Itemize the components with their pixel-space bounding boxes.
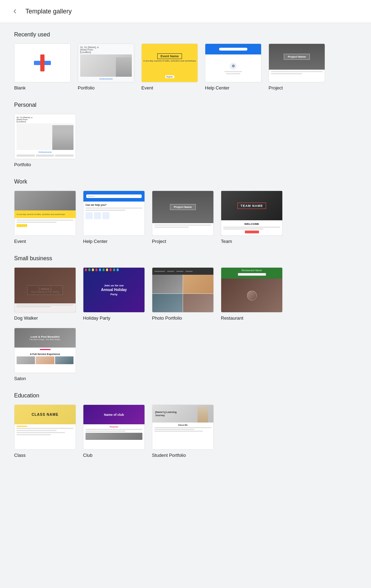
template-club-thumb[interactable]: Name of club Purpose: [83, 404, 145, 450]
template-club[interactable]: Name of club Purpose Club: [83, 404, 145, 458]
template-event-work[interactable]: Event Name A one-day summit of talks, ac…: [14, 191, 76, 244]
template-dogwalker[interactable]: [ Name ] Dog Walking & Pet Sitting Dog W…: [14, 267, 76, 321]
template-helpcenter-recent[interactable]: ⚙ Help Center: [205, 43, 261, 91]
template-dogwalker-thumb[interactable]: [ Name ] Dog Walking & Pet Sitting: [14, 267, 76, 313]
template-holiday-thumb[interactable]: Join us for our Annual Holiday Party: [83, 267, 145, 313]
class-content: CLASS NAME: [14, 405, 76, 449]
template-project-recent-thumb[interactable]: Project Name: [269, 43, 325, 82]
template-holiday[interactable]: Join us for our Annual Holiday Party Hol…: [83, 267, 145, 321]
portfolio-image-area: [80, 54, 132, 77]
template-student-portfolio-thumb[interactable]: [Name's] LearningJourney About Me: [152, 404, 214, 450]
back-button[interactable]: [8, 5, 21, 18]
template-event-recent[interactable]: Event Name A one-day summit of talks, ac…: [141, 43, 198, 91]
portfolio-link: Achievements: [80, 78, 132, 80]
template-team-thumb[interactable]: TEAM NAME WELCOME: [221, 191, 283, 236]
club-name-text: Name of club: [104, 413, 124, 417]
portfolio-recent-content: Hi, I'm [Name], a[Role] From[Location] A…: [78, 44, 134, 82]
pp-intro: Hi, I'm [Name], a[Role] From[Location]: [17, 116, 73, 123]
template-project-work-thumb[interactable]: Project Name: [152, 191, 214, 236]
template-photo-portfolio-thumb[interactable]: [152, 267, 214, 313]
holiday-content: Join us for our Annual Holiday Party: [83, 268, 145, 312]
student-line2: [154, 429, 194, 430]
small-business-row2: Look & Feel Beautiful The Best Image. Th…: [14, 328, 357, 381]
work-grid: Event Name A one-day summit of talks, ac…: [14, 191, 357, 244]
portfolio-person: [116, 57, 132, 77]
light-2: [88, 268, 90, 271]
template-student-portfolio[interactable]: [Name's] LearningJourney About Me Studen…: [152, 404, 214, 458]
template-blank-label: Blank: [14, 85, 71, 91]
template-portfolio-personal-thumb[interactable]: Hi, I'm [Name], a[Role] From[Location] A…: [14, 114, 76, 159]
template-project-recent[interactable]: Project Name Project: [269, 43, 325, 91]
club-body-section: Purpose: [83, 424, 145, 449]
team-line2: [223, 228, 263, 229]
pp-cell1: [152, 275, 183, 293]
template-event-work-label: Event: [14, 239, 76, 244]
salon-service-title: A Full Service Experience: [17, 353, 73, 355]
template-blank-thumb[interactable]: [14, 43, 71, 82]
small-business-grid: [ Name ] Dog Walking & Pet Sitting Dog W…: [14, 267, 357, 321]
class-accent-line: [17, 426, 27, 427]
template-helpcenter-recent-label: Help Center: [205, 85, 261, 91]
work-event-content: Event Name A one-day summit of talks, ac…: [14, 191, 76, 235]
salon-hero-sub: The Best Image. The Best Styles.: [29, 338, 61, 340]
class-hero-section: CLASS NAME: [14, 405, 76, 424]
whc-body: Can we help you?: [83, 202, 145, 235]
template-event-work-thumb[interactable]: Event Name A one-day summit of talks, ac…: [14, 191, 76, 236]
section-personal: Personal Hi, I'm [Name], a[Role] From[Lo…: [14, 102, 357, 167]
template-class[interactable]: CLASS NAME Class: [14, 404, 76, 458]
event-hero: Event Name A one-day summit of talks, ac…: [142, 44, 198, 71]
class-name-text: CLASS NAME: [31, 413, 58, 417]
pp-nav-line4: [186, 271, 193, 272]
project-line2: [271, 73, 302, 74]
template-blank[interactable]: Blank: [14, 43, 71, 91]
salon-content: Look & Feel Beautiful The Best Image. Th…: [14, 328, 76, 373]
template-class-thumb[interactable]: CLASS NAME: [14, 404, 76, 450]
salon-img2: [36, 356, 54, 364]
template-restaurant[interactable]: Restaurant Name Restaurant: [221, 267, 283, 321]
page-title: Template gallery: [25, 8, 72, 15]
template-helpcenter-work-thumb[interactable]: Search... Can we help you?: [83, 191, 145, 236]
template-restaurant-thumb[interactable]: Restaurant Name: [221, 267, 283, 313]
we-bg: [14, 191, 76, 210]
hc-body: ⚙: [205, 54, 261, 82]
team-footer: WELCOME: [221, 220, 282, 235]
pp-nav-line3: [176, 271, 183, 272]
template-event-recent-label: Event: [141, 85, 198, 91]
light-9: [113, 268, 115, 271]
light-1: [85, 268, 87, 271]
hc-search-bar: [219, 48, 247, 51]
holiday-text3: Party: [101, 292, 127, 296]
template-salon[interactable]: Look & Feel Beautiful The Best Image. Th…: [14, 328, 76, 381]
student-line1: [154, 427, 211, 428]
education-grid: CLASS NAME Class: [14, 404, 357, 458]
team-cta-btn: [245, 231, 259, 233]
template-salon-thumb[interactable]: Look & Feel Beautiful The Best Image. Th…: [14, 328, 76, 373]
team-content: TEAM NAME WELCOME: [221, 191, 282, 235]
salon-img3: [55, 356, 73, 364]
template-event-recent-thumb[interactable]: Event Name A one-day summit of talks, ac…: [141, 43, 198, 82]
section-title-education: Education: [14, 392, 357, 399]
club-line2: [86, 431, 125, 432]
rest-header: Restaurant Name: [221, 268, 282, 279]
header: Template gallery: [0, 0, 371, 23]
template-project-recent-label: Project: [269, 85, 325, 91]
template-portfolio-recent-thumb[interactable]: Hi, I'm [Name], a[Role] From[Location] A…: [78, 43, 134, 82]
template-helpcenter-work[interactable]: Search... Can we help you?: [83, 191, 145, 244]
template-photo-portfolio[interactable]: Photo Portfolio: [152, 267, 214, 321]
whc-icon1: [86, 212, 93, 219]
template-project-work[interactable]: Project Name Project: [152, 191, 214, 244]
event-subtitle: A one-day summit of talks, activities an…: [143, 60, 196, 62]
template-helpcenter-recent-thumb[interactable]: ⚙: [205, 43, 261, 82]
template-team[interactable]: TEAM NAME WELCOME Team: [221, 191, 283, 244]
template-portfolio-personal[interactable]: Hi, I'm [Name], a[Role] From[Location] A…: [14, 114, 76, 167]
template-salon-label: Salon: [14, 376, 76, 381]
club-photo-area: [86, 433, 142, 440]
student-body-section: About Me: [152, 423, 213, 449]
we-register-btn: [17, 224, 27, 227]
template-portfolio-recent[interactable]: Hi, I'm [Name], a[Role] From[Location] A…: [78, 43, 134, 91]
team-line1: [223, 227, 280, 228]
project-footer: [269, 70, 325, 82]
whc-icons: [86, 212, 142, 219]
project-content: Project Name: [269, 44, 325, 82]
student-content: [Name's] LearningJourney About Me: [152, 405, 213, 449]
